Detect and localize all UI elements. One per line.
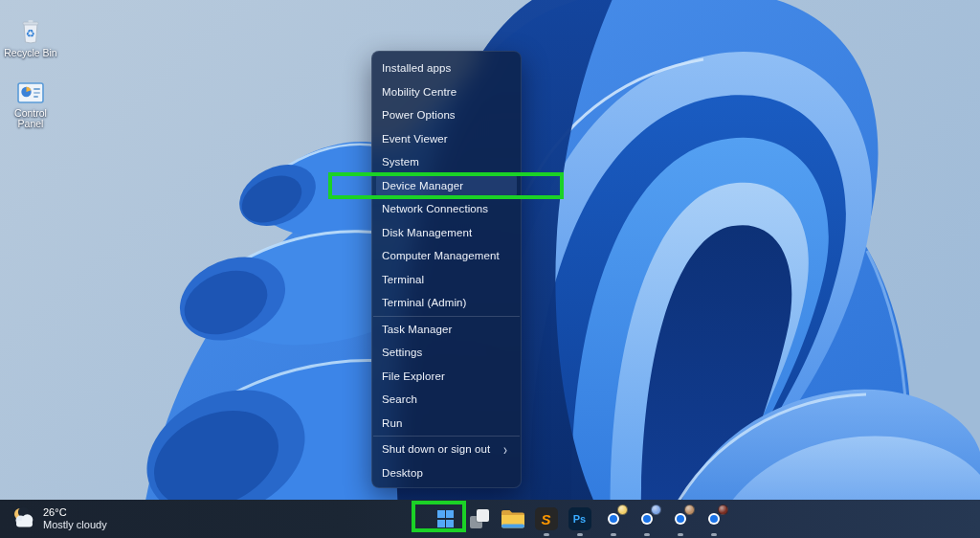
taskbar-button-chrome-profile-2[interactable] (630, 500, 663, 538)
running-indicator (577, 533, 583, 536)
menu-item-mobility-centre[interactable]: Mobility Centre (372, 80, 521, 104)
menu-item-run[interactable]: Run (372, 412, 521, 436)
taskbar-button-photoshop[interactable]: Ps (563, 500, 596, 538)
menu-item-settings[interactable]: Settings (372, 341, 521, 365)
svg-text:♻: ♻ (26, 28, 35, 40)
start-button[interactable] (429, 500, 462, 538)
menu-item-search[interactable]: Search (372, 388, 521, 412)
weather-widget[interactable]: 26°C Mostly cloudy (11, 500, 107, 538)
menu-item-event-viewer[interactable]: Event Viewer (372, 127, 521, 151)
weather-condition: Mostly cloudy (43, 519, 107, 531)
windows-logo-icon (437, 510, 455, 527)
menu-item-computer-management[interactable]: Computer Management (372, 244, 521, 268)
folder-icon (501, 508, 525, 529)
weather-temperature: 26°C (43, 506, 107, 519)
menu-item-terminal-admin[interactable]: Terminal (Admin) (372, 291, 521, 315)
chrome-profile-badge (651, 504, 661, 515)
winx-context-menu: Installed apps Mobility Centre Power Opt… (371, 51, 522, 488)
chrome-icon (602, 507, 625, 530)
menu-item-label: Shut down or sign out (382, 443, 490, 455)
chrome-icon (669, 507, 692, 530)
taskbar-button-sublime-text[interactable]: S (529, 500, 563, 538)
running-indicator (678, 533, 683, 536)
menu-item-system[interactable]: System (372, 150, 521, 174)
chrome-icon (702, 507, 725, 530)
menu-item-network-connections[interactable]: Network Connections (372, 197, 521, 221)
control-panel-icon (17, 82, 44, 105)
menu-item-disk-management[interactable]: Disk Management (372, 221, 521, 245)
taskbar: 26°C Mostly cloudy (0, 500, 980, 538)
taskbar-app-icons: S Ps (429, 500, 730, 538)
menu-item-file-explorer[interactable]: File Explorer (372, 365, 521, 389)
mostly-cloudy-night-icon (11, 506, 36, 531)
desktop-icon-recycle-bin[interactable]: ♻ Recycle Bin (1, 19, 60, 58)
desktop-icon-label: Control Panel (1, 108, 60, 129)
chrome-profile-badge (718, 504, 728, 515)
menu-item-terminal[interactable]: Terminal (372, 268, 521, 292)
taskbar-button-file-explorer[interactable] (496, 500, 529, 538)
taskbar-button-overlapping-squares-app[interactable] (462, 500, 496, 538)
menu-item-installed-apps[interactable]: Installed apps (372, 56, 521, 80)
chrome-profile-badge (617, 504, 628, 515)
menu-item-power-options[interactable]: Power Options (372, 103, 521, 127)
windows-desktop: ♻ Recycle Bin Control Panel Installed ap… (0, 0, 980, 538)
sublime-text-icon: S (535, 507, 558, 530)
running-indicator (711, 533, 717, 536)
recycle-bin-icon: ♻ (18, 19, 43, 45)
running-indicator (644, 533, 650, 536)
menu-item-shut-down-or-sign-out[interactable]: Shut down or sign out › (372, 437, 521, 461)
taskbar-button-chrome-profile-3[interactable] (663, 500, 697, 538)
desktop-icon-control-panel[interactable]: Control Panel (1, 82, 60, 129)
overlapping-squares-icon (470, 509, 489, 528)
taskbar-button-chrome-profile-4[interactable] (697, 500, 730, 538)
running-indicator (611, 533, 616, 536)
menu-item-desktop[interactable]: Desktop (372, 461, 521, 485)
menu-separator (373, 435, 520, 437)
submenu-chevron-icon: › (503, 439, 507, 459)
running-indicator (544, 533, 549, 536)
menu-separator (373, 315, 520, 318)
photoshop-icon: Ps (568, 507, 591, 530)
chrome-profile-badge (684, 504, 695, 515)
menu-item-device-manager[interactable]: Device Manager (376, 174, 517, 198)
chrome-icon (635, 507, 658, 530)
desktop-icon-label: Recycle Bin (4, 48, 56, 58)
menu-item-task-manager[interactable]: Task Manager (372, 318, 521, 342)
taskbar-button-chrome-profile-1[interactable] (596, 500, 630, 538)
